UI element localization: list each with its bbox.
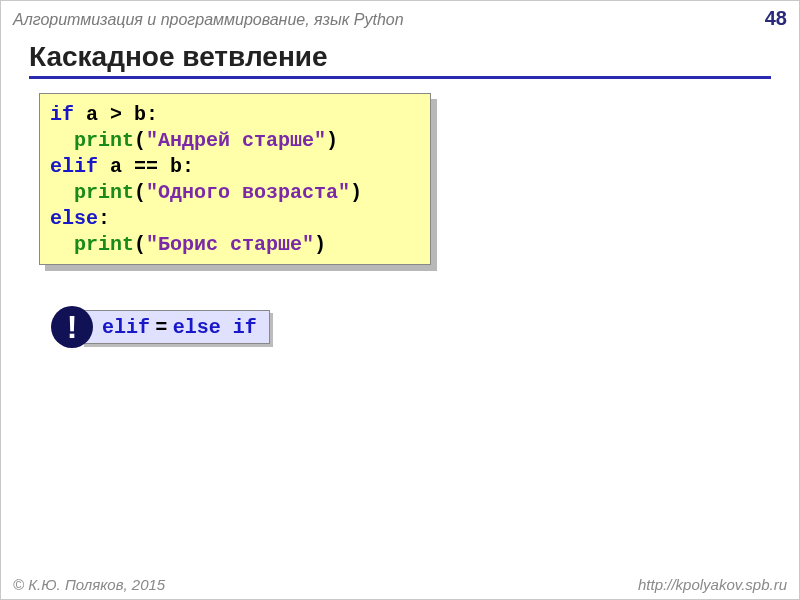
page-number: 48 [765,7,787,30]
str-3: "Борис старше" [146,233,314,256]
keyword-else: else [50,207,98,230]
footer-url: http://kpolyakov.spb.ru [638,576,787,593]
colon: : [98,207,110,230]
paren-open: ( [134,129,146,152]
keyword-if: if [50,103,74,126]
fn-print-2: print [74,181,134,204]
slide-header: Алгоритмизация и программирование, язык … [13,7,787,30]
fn-print-1: print [74,129,134,152]
keyword-elif: elif [50,155,98,178]
slide-footer: © К.Ю. Поляков, 2015 http://kpolyakov.sp… [13,576,787,593]
subject-text: Алгоритмизация и программирование, язык … [13,11,404,29]
note-elseif: else if [173,316,257,339]
paren-close: ) [314,233,326,256]
cond-1: a > b: [74,103,158,126]
str-1: "Андрей старше" [146,129,326,152]
note-box: elif = else if [81,310,270,344]
code-block: if a > b: print("Андрей старше") elif a … [39,93,431,265]
author-text: © К.Ю. Поляков, 2015 [13,576,165,593]
fn-print-3: print [74,233,134,256]
slide: Алгоритмизация и программирование, язык … [0,0,800,600]
note-eq: = [150,315,173,337]
paren-close: ) [350,181,362,204]
paren-open: ( [134,181,146,204]
slide-title: Каскадное ветвление [29,41,771,79]
paren-open: ( [134,233,146,256]
cond-2: a == b: [98,155,194,178]
exclamation-icon: ! [51,306,93,348]
note: ! elif = else if [51,306,270,348]
str-2: "Одного возраста" [146,181,350,204]
indent [50,233,74,256]
note-elif: elif [102,316,150,339]
code-content: if a > b: print("Андрей старше") elif a … [39,93,431,265]
indent [50,129,74,152]
indent [50,181,74,204]
paren-close: ) [326,129,338,152]
